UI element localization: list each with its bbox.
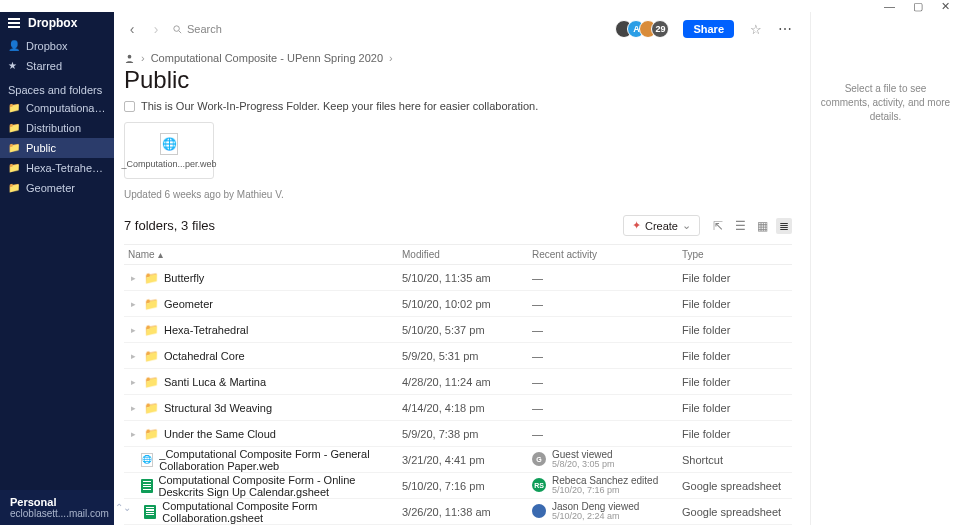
file-name: Computational Composite Form Collaborati… xyxy=(162,500,402,524)
pinned-file-card[interactable]: 🌐 _Computation...per.web xyxy=(124,122,214,179)
folder-icon: 📁 xyxy=(8,162,20,174)
view-compact-icon[interactable]: ≣ xyxy=(776,218,792,234)
collaborator-avatars[interactable]: A29 xyxy=(621,20,669,38)
sidebar-folder[interactable]: 📁Geometer xyxy=(0,178,114,198)
cell-modified: 5/9/20, 5:31 pm xyxy=(402,350,532,362)
account-switcher[interactable]: Personal ecloblasett....mail.com ⌃⌄ xyxy=(0,490,114,525)
person-icon xyxy=(124,53,135,64)
table-row[interactable]: Computational Composite Form - Online De… xyxy=(124,473,792,499)
svg-point-2 xyxy=(128,54,132,58)
cell-modified: 5/9/20, 7:38 pm xyxy=(402,428,532,440)
folder-icon: 📁 xyxy=(144,349,158,363)
folder-icon: 📁 xyxy=(144,427,158,441)
sidebar-item-dropbox[interactable]: 👤Dropbox xyxy=(0,36,114,56)
col-activity[interactable]: Recent activity xyxy=(532,249,682,260)
cell-type: Google spreadsheet xyxy=(682,506,792,518)
table-row[interactable]: ▸📁Under the Same Cloud 5/9/20, 7:38 pm —… xyxy=(124,421,792,447)
share-button[interactable]: Share xyxy=(683,20,734,38)
folder-description: This is Our Work-In-Progress Folder. Kee… xyxy=(141,100,538,112)
sidebar-folder[interactable]: 📁Hexa-Tetrahedral xyxy=(0,158,114,178)
cell-type: File folder xyxy=(682,272,792,284)
cell-modified: 3/26/20, 11:38 am xyxy=(402,506,532,518)
star-icon: ★ xyxy=(8,60,20,72)
nav-back[interactable]: ‹ xyxy=(124,21,140,37)
folder-icon: 📁 xyxy=(144,271,158,285)
breadcrumb: › Computational Composite - UPenn Spring… xyxy=(124,52,792,64)
col-modified[interactable]: Modified xyxy=(402,249,532,260)
sidebar-item-starred[interactable]: ★Starred xyxy=(0,56,114,76)
table-row[interactable]: ▸📁Butterfly 5/10/20, 11:35 am — File fol… xyxy=(124,265,792,291)
cell-activity: — xyxy=(532,402,682,414)
expand-icon[interactable]: ▸ xyxy=(128,403,138,413)
view-grid-icon[interactable]: ▦ xyxy=(754,218,770,234)
folder-icon: 📁 xyxy=(144,297,158,311)
create-button[interactable]: ✦ Create ⌄ xyxy=(623,215,700,236)
table-row[interactable]: ▸📁Hexa-Tetrahedral 5/10/20, 5:37 pm — Fi… xyxy=(124,317,792,343)
checkbox[interactable] xyxy=(124,101,135,112)
cell-type: Google spreadsheet xyxy=(682,480,792,492)
expand-icon[interactable]: ▸ xyxy=(128,299,138,309)
cell-modified: 4/28/20, 11:24 am xyxy=(402,376,532,388)
search-input[interactable]: Search xyxy=(172,23,613,35)
cell-type: File folder xyxy=(682,402,792,414)
table-row[interactable]: Computational Composite Form Collaborati… xyxy=(124,499,792,525)
expand-icon[interactable]: ▸ xyxy=(128,273,138,283)
sort-asc-icon: ▴ xyxy=(158,249,163,260)
file-table: Name▴ Modified Recent activity Type ▸📁Bu… xyxy=(124,244,792,525)
cell-type: File folder xyxy=(682,324,792,336)
window-maximize[interactable]: ▢ xyxy=(913,0,923,13)
expand-icon[interactable]: ▸ xyxy=(128,429,138,439)
gsheet-icon xyxy=(143,505,156,519)
table-row[interactable]: ▸📁Santi Luca & Martina 4/28/20, 11:24 am… xyxy=(124,369,792,395)
topbar: ‹ › Search A29 Share ☆ ⋯ xyxy=(124,12,792,46)
window-titlebar: — ▢ ✕ xyxy=(0,0,960,12)
folder-icon: 📁 xyxy=(144,375,158,389)
svg-point-0 xyxy=(174,25,180,31)
cell-activity: — xyxy=(532,376,682,388)
cell-modified: 5/10/20, 11:35 am xyxy=(402,272,532,284)
table-row[interactable]: ▸📁Geometer 5/10/20, 10:02 pm — File fold… xyxy=(124,291,792,317)
folder-icon: 📁 xyxy=(144,323,158,337)
window-close[interactable]: ✕ xyxy=(941,0,950,13)
expand-icon[interactable]: ▸ xyxy=(128,351,138,361)
cell-activity: — xyxy=(532,324,682,336)
sidebar-folder[interactable]: 📁Distribution xyxy=(0,118,114,138)
file-name: Under the Same Cloud xyxy=(164,428,276,440)
sidebar-header: Dropbox xyxy=(0,12,114,36)
cell-modified: 5/10/20, 5:37 pm xyxy=(402,324,532,336)
expand-icon[interactable]: ▸ xyxy=(128,325,138,335)
cell-modified: 5/10/20, 7:16 pm xyxy=(402,480,532,492)
file-name: _Computational Composite Form - General … xyxy=(159,448,402,472)
activity-avatar: RS xyxy=(532,478,546,492)
sidebar-folder[interactable]: 📁Public xyxy=(0,138,114,158)
account-email: ecloblasett....mail.com xyxy=(10,508,109,519)
cell-type: File folder xyxy=(682,376,792,388)
more-icon[interactable]: ⋯ xyxy=(778,21,792,37)
file-name: Butterfly xyxy=(164,272,204,284)
folder-icon: 📁 xyxy=(8,142,20,154)
cell-type: File folder xyxy=(682,350,792,362)
sidebar-folder[interactable]: 📁Computational Co... xyxy=(0,98,114,118)
folder-icon: 📁 xyxy=(8,122,20,134)
expand-icon[interactable]: ▸ xyxy=(128,377,138,387)
cell-modified: 5/10/20, 10:02 pm xyxy=(402,298,532,310)
updated-text: Updated 6 weeks ago by Mathieu V. xyxy=(124,189,792,200)
window-minimize[interactable]: — xyxy=(884,0,895,12)
star-icon[interactable]: ☆ xyxy=(750,22,762,37)
table-row[interactable]: ▸📁Structural 3d Weaving 4/14/20, 4:18 pm… xyxy=(124,395,792,421)
view-list-icon[interactable]: ☰ xyxy=(732,218,748,234)
table-row[interactable]: 🌐_Computational Composite Form - General… xyxy=(124,447,792,473)
breadcrumb-link[interactable]: Computational Composite - UPenn Spring 2… xyxy=(151,52,383,64)
cell-activity: GGuest viewed5/8/20, 3:05 pm xyxy=(532,449,682,470)
nav-forward[interactable]: › xyxy=(148,21,164,37)
col-type[interactable]: Type xyxy=(682,249,792,260)
menu-icon[interactable] xyxy=(8,18,20,28)
cell-type: File folder xyxy=(682,298,792,310)
collaborator-avatar[interactable]: 29 xyxy=(651,20,669,38)
table-row[interactable]: ▸📁Octahedral Core 5/9/20, 5:31 pm — File… xyxy=(124,343,792,369)
col-name[interactable]: Name▴ xyxy=(124,249,402,260)
chevron-down-icon: ⌄ xyxy=(682,219,691,232)
sidebar: Dropbox 👤Dropbox★Starred Spaces and fold… xyxy=(0,12,114,525)
page-title: Public xyxy=(124,66,792,94)
upload-icon[interactable]: ⇱ xyxy=(710,218,726,234)
